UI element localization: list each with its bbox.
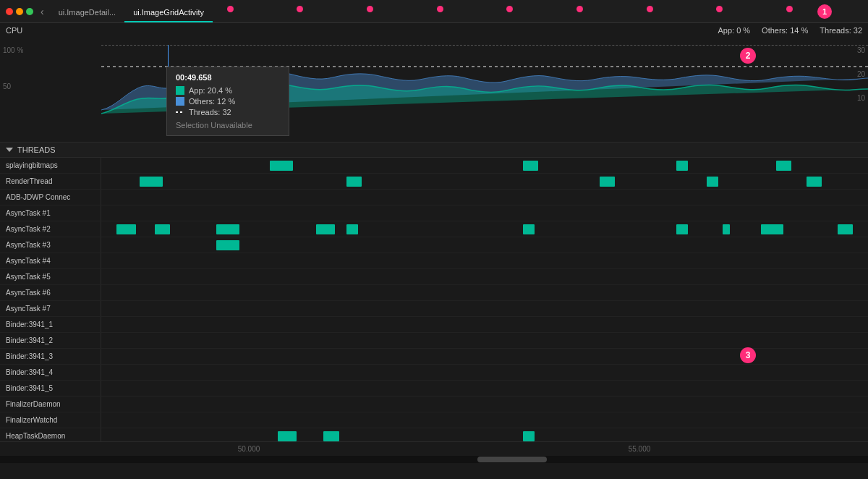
tab-imagedetail[interactable]: ui.ImageDetail... (50, 0, 124, 22)
scrollbar-track[interactable] (0, 456, 868, 463)
tooltip-others-label: Others: 12 % (189, 97, 235, 106)
maximize-button[interactable] (26, 8, 33, 15)
thread-row: ADB-JDWP Connec (0, 190, 868, 205)
thread-rows-container: splayingbitmapsRenderThreadADB-JDWP Conn… (0, 158, 868, 441)
expand-icon (6, 148, 13, 152)
thread-name-label: Binder:3941_2 (0, 333, 101, 348)
threads-section: THREADS splayingbitmapsRenderThreadADB-J… (0, 143, 868, 441)
thread-timeline (101, 205, 868, 221)
thread-timeline (101, 253, 868, 268)
thread-row: Binder:3941_5 (0, 381, 868, 397)
thread-timeline (101, 221, 868, 237)
thread-row: HeapTaskDaemon (0, 428, 868, 441)
thread-row: AsyncTask #2 (0, 221, 868, 237)
scrollbar-thumb[interactable] (477, 457, 547, 462)
cpu-others-stat: Others: 14 % (762, 26, 808, 35)
thread-block (216, 224, 239, 234)
thread-block (278, 431, 297, 441)
thread-name-label: Binder:3941_4 (0, 365, 101, 380)
tooltip-time: 00:49.658 (176, 73, 280, 82)
thread-block (761, 224, 784, 234)
tab-strip: ui.ImageDetail... ui.ImageGridActivity (50, 0, 868, 22)
thread-row: AsyncTask #4 (0, 253, 868, 269)
time-axis: 50.000 55.000 (0, 441, 868, 456)
cpu-section: CPU App: 0 % Others: 14 % Threads: 32 10… (0, 23, 868, 143)
thread-block (140, 177, 163, 187)
threads-header[interactable]: THREADS (0, 143, 868, 158)
thread-timeline (101, 317, 868, 332)
back-button[interactable]: ‹ (41, 6, 44, 17)
tooltip-threads-dash (176, 111, 184, 113)
thread-name-label: splayingbitmaps (0, 158, 101, 173)
thread-row: splayingbitmaps (0, 158, 868, 174)
tooltip-app-label: App: 20.4 % (189, 86, 232, 95)
minimize-button[interactable] (16, 8, 23, 15)
window-controls: ‹ (0, 6, 50, 17)
cpu-label: CPU (6, 26, 22, 35)
thread-name-label: FinalizerWatchd (0, 412, 101, 428)
thread-row: AsyncTask #6 (0, 285, 868, 301)
thread-block (676, 161, 688, 171)
thread-name-label: AsyncTask #6 (0, 285, 101, 300)
thread-block (216, 240, 239, 250)
thread-name-label: AsyncTask #4 (0, 253, 101, 268)
close-button[interactable] (6, 8, 13, 15)
thread-timeline (101, 397, 868, 412)
tooltip-threads-item: Threads: 32 (176, 108, 280, 116)
cpu-stats: App: 0 % Others: 14 % Threads: 32 (718, 26, 862, 35)
cpu-header: CPU App: 0 % Others: 14 % Threads: 32 (0, 23, 868, 38)
thread-block (776, 161, 791, 171)
tab-imagegrid[interactable]: ui.ImageGridActivity (124, 0, 213, 22)
tooltip-app-item: App: 20.4 % (176, 86, 280, 95)
thread-block (323, 431, 339, 441)
tooltip-unavailable: Selection Unavailable (176, 121, 280, 130)
title-bar: ‹ ui.ImageDetail... ui.ImageGridActivity… (0, 0, 868, 23)
thread-timeline (101, 365, 868, 380)
thread-timeline (101, 381, 868, 396)
thread-block (116, 224, 136, 234)
badge-1: 1 (817, 4, 832, 19)
thread-block (155, 224, 170, 234)
tooltip-threads-label: Threads: 32 (189, 108, 231, 116)
main-content: CPU App: 0 % Others: 14 % Threads: 32 10… (0, 23, 868, 463)
thread-block (723, 224, 731, 234)
thread-timeline (101, 301, 868, 316)
thread-row: AsyncTask #1 (0, 205, 868, 221)
time-label-55: 55.000 (629, 445, 651, 453)
thread-timeline (101, 174, 868, 189)
thread-row: Binder:3941_4 (0, 365, 868, 381)
tooltip-others-item: Others: 12 % (176, 97, 280, 106)
thread-block (346, 224, 358, 234)
cpu-tooltip: 00:49.658 App: 20.4 % Others: 12 % Threa… (166, 67, 289, 136)
cpu-app-stat: App: 0 % (718, 26, 750, 35)
threads-label: THREADS (17, 145, 56, 154)
thread-block (807, 177, 822, 187)
thread-name-label: HeapTaskDaemon (0, 428, 101, 441)
thread-block (838, 224, 853, 234)
thread-row: AsyncTask #7 (0, 301, 868, 317)
thread-name-label: FinalizerDaemon (0, 397, 101, 412)
thread-name-label: AsyncTask #1 (0, 205, 101, 221)
thread-name-label: ADB-JDWP Connec (0, 190, 101, 205)
thread-block (523, 161, 538, 171)
thread-name-label: AsyncTask #5 (0, 269, 101, 284)
thread-row: Binder:3941_3 (0, 349, 868, 365)
thread-name-label: Binder:3941_5 (0, 381, 101, 396)
thread-block (600, 177, 615, 187)
thread-name-label: AsyncTask #2 (0, 221, 101, 237)
thread-name-label: AsyncTask #7 (0, 301, 101, 316)
thread-timeline (101, 190, 868, 205)
thread-block (707, 177, 718, 187)
thread-block (316, 224, 336, 234)
cpu-100-label: 100 % (3, 46, 23, 54)
cpu-waveform: 100 % 50 30 20 10 00:49.658 App: (0, 45, 868, 124)
thread-block (523, 431, 535, 441)
thread-block (270, 161, 293, 171)
time-label-50: 50.000 (238, 445, 260, 453)
cpu-threads-stat: Threads: 32 (820, 26, 862, 35)
thread-timeline (101, 412, 868, 428)
thread-row: RenderThread (0, 174, 868, 190)
thread-timeline (101, 237, 868, 253)
thread-block (346, 177, 362, 187)
thread-row: AsyncTask #3 (0, 237, 868, 253)
